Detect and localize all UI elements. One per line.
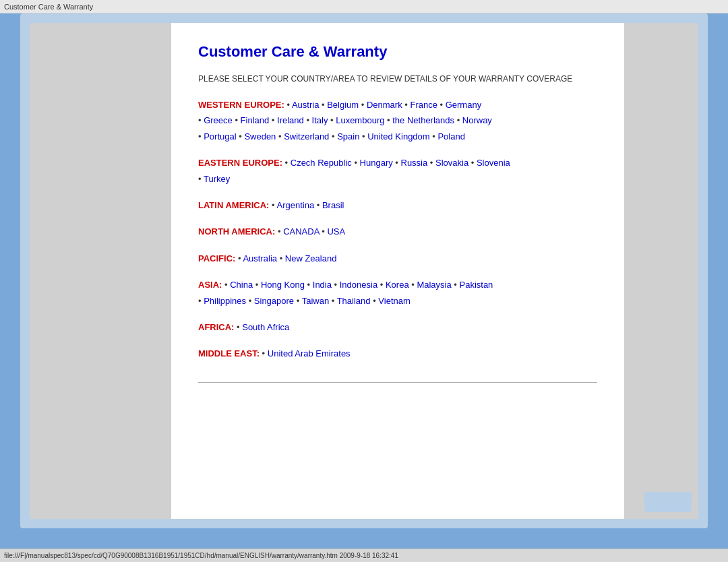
country-link-spain[interactable]: Spain [337,131,359,142]
bullet: • [377,280,386,290]
bullet: • [198,296,204,306]
country-link-brasil[interactable]: Brasil [322,200,344,210]
bullet: • [284,100,292,110]
bullet: • [329,131,337,142]
region-north-america: NORTH AMERICA: • CANADA • USA [198,224,597,239]
bullet: • [320,226,328,237]
region-line: LATIN AMERICA: • Argentina • Brasil [198,197,597,213]
country-link-slovenia[interactable]: Slovenia [477,158,510,168]
bullet: • [384,115,392,125]
bullet: • [260,348,268,358]
bullet: • [246,296,254,306]
country-link-thailand[interactable]: Thailand [337,296,371,306]
country-link-belgium[interactable]: Belgium [327,100,359,110]
bullet: • [269,115,277,125]
country-link-australia[interactable]: Australia [243,253,277,263]
region-line: • Greece • Finland • Ireland • Italy • L… [198,113,597,128]
country-link-luxembourg[interactable]: Luxembourg [336,115,384,125]
region-line: • Philippines • Singapore • Taiwan • Tha… [198,293,597,309]
region-line: ASIA: • China • Hong Kong • India • Indo… [198,277,597,292]
bullet: • [393,158,401,168]
page-title: Customer Care & Warranty [198,43,597,61]
country-link-hungary[interactable]: Hungary [360,158,393,168]
country-link-china[interactable]: China [230,280,253,290]
country-link-united-arab-emirates[interactable]: United Arab Emirates [268,348,351,358]
bullet: • [269,200,276,210]
country-link-indonesia[interactable]: Indonesia [340,280,377,290]
bullet: • [332,280,340,290]
main-content: Customer Care & Warranty PLEASE SELECT Y… [171,23,624,519]
country-link-south-africa[interactable]: South Africa [242,322,289,332]
country-link-usa[interactable]: USA [327,226,345,237]
region-line: • Turkey [198,171,597,187]
bullet: • [409,280,417,290]
country-link-new-zealand[interactable]: New Zealand [285,253,337,263]
country-link-united-kingdom[interactable]: United Kingdom [367,131,430,142]
region-line: WESTERN EUROPE: • Austria • Belgium • De… [198,97,597,113]
country-link-canada[interactable]: CANADA [283,226,319,237]
country-link-france[interactable]: France [410,100,437,110]
country-link-finland[interactable]: Finland [241,115,270,125]
region-pacific: PACIFIC: • Australia • New Zealand [198,251,597,266]
country-link-slovakia[interactable]: Slovakia [435,158,468,168]
bullet: • [359,131,367,142]
right-sidebar-inner [644,492,692,512]
bullet: • [234,322,242,332]
country-link-italy[interactable]: Italy [312,115,328,125]
bullet: • [275,226,283,237]
country-link-india[interactable]: India [313,280,332,290]
bullet: • [198,115,204,125]
country-link-sweden[interactable]: Sweden [244,131,276,142]
separator [198,382,597,383]
right-sidebar [624,23,698,519]
country-link-austria[interactable]: Austria [292,100,319,110]
country-link-norway[interactable]: Norway [462,115,492,125]
bullet: • [198,131,204,142]
region-line: AFRICA: • South Africa [198,319,597,335]
region-latin-america: LATIN AMERICA: • Argentina • Brasil [198,197,597,213]
bullet: • [430,131,438,142]
region-label: NORTH AMERICA: [198,226,275,237]
regions-container: WESTERN EUROPE: • Austria • Belgium • De… [198,97,597,362]
country-link-switzerland[interactable]: Switzerland [284,131,329,142]
region-label: WESTERN EUROPE: [198,100,284,110]
bullet: • [222,280,230,290]
country-link-singapore[interactable]: Singapore [254,296,294,306]
country-link-the-netherlands[interactable]: the Netherlands [392,115,454,125]
region-line: EASTERN EUROPE: • Czech Republic • Hunga… [198,155,597,170]
bullet: • [277,253,285,263]
bullet: • [402,100,411,110]
bullet: • [314,200,322,210]
country-link-philippines[interactable]: Philippines [204,296,246,306]
bullet: • [253,280,261,290]
region-label: PACIFIC: [198,253,235,263]
country-link-poland[interactable]: Poland [437,131,464,142]
country-link-turkey[interactable]: Turkey [204,174,230,184]
bullet: • [233,115,241,125]
country-link-pakistan[interactable]: Pakistan [459,280,493,290]
country-link-germany[interactable]: Germany [446,100,481,110]
bullet: • [294,296,302,306]
country-link-malaysia[interactable]: Malaysia [417,280,451,290]
country-link-greece[interactable]: Greece [204,115,233,125]
bullet: • [282,158,291,168]
country-link-taiwan[interactable]: Taiwan [302,296,329,306]
bullet: • [371,296,379,306]
bullet: • [304,115,312,125]
bullet: • [237,131,245,142]
region-label: AFRICA: [198,322,234,332]
country-link-argentina[interactable]: Argentina [277,200,315,210]
bullet: • [305,280,313,290]
title-bar: Customer Care & Warranty [0,0,728,13]
country-link-korea[interactable]: Korea [386,280,409,290]
country-link-hong-kong[interactable]: Hong Kong [261,280,305,290]
subtitle: PLEASE SELECT YOUR COUNTRY/AREA TO REVIE… [198,74,597,84]
country-link-russia[interactable]: Russia [401,158,428,168]
country-link-czech-republic[interactable]: Czech Republic [291,158,352,168]
bullet: • [198,174,204,184]
country-link-vietnam[interactable]: Vietnam [378,296,410,306]
country-link-denmark[interactable]: Denmark [367,100,402,110]
country-link-ireland[interactable]: Ireland [277,115,304,125]
country-link-portugal[interactable]: Portugal [204,131,236,142]
bullet: • [468,158,477,168]
